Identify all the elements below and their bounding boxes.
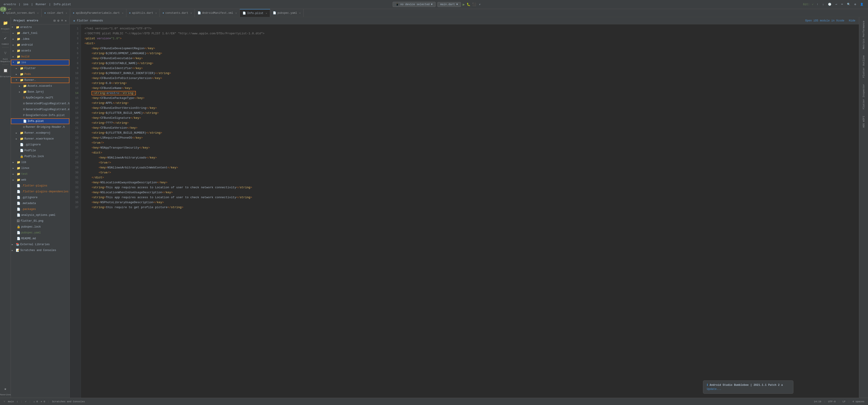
tree-generated-m[interactable]: ▶ M GeneratedPluginRegistrant.m	[11, 107, 69, 112]
tree-flutter[interactable]: ▶ 📁 Flutter	[11, 65, 69, 71]
tree-packages[interactable]: ▶ 📄 .packages	[11, 206, 69, 212]
tree-scratches[interactable]: ▶ 📝 Scratches and Consoles	[11, 247, 69, 253]
stop-button[interactable]: ⬛	[472, 2, 476, 6]
close-tab-icon[interactable]: ✕	[66, 12, 67, 14]
tab-info-plist[interactable]: 📄 Info.plist ✕	[240, 9, 270, 17]
git-push[interactable]: ↑	[816, 2, 819, 6]
tree-assets[interactable]: ▶ 📁 assets	[11, 48, 69, 54]
folder-icon: 📁	[20, 131, 24, 135]
search-everywhere[interactable]: 🔍	[846, 2, 851, 6]
tree-web[interactable]: ▶ 📁 web	[11, 177, 69, 183]
tree-pubspec-yaml[interactable]: ▶ 📄 pubspec.yaml	[11, 230, 69, 236]
tree-metadata[interactable]: ▶ 📄 .metadata	[11, 200, 69, 206]
performance-tool-button[interactable]: Metrics Performance	[862, 18, 866, 52]
tree-test[interactable]: ▶ 📁 test	[11, 171, 69, 177]
account-icon[interactable]: 👤	[859, 2, 864, 6]
close-panel-icon[interactable]: ✕	[65, 19, 67, 23]
close-tab-icon[interactable]: ✕	[37, 12, 39, 14]
tree-flutter-plugins[interactable]: ▶ 📄 .flutter-plugins	[11, 183, 69, 189]
tree-lib[interactable]: ▶ 📁 lib	[11, 159, 69, 165]
scratches-bottom[interactable]: Scratches and Consoles	[52, 400, 85, 403]
tree-info-plist[interactable]: ▶ 📄 Info.plist	[11, 118, 69, 124]
gutter-line: 31	[70, 175, 79, 180]
chevron-right-icon: ▶	[13, 44, 16, 46]
menu-ios[interactable]: ios	[23, 3, 28, 6]
tree-item-label: GeneratedPluginRegistrant.m	[26, 108, 69, 111]
project-tool-button[interactable]: 📁	[1, 19, 9, 27]
tree-item-label: Scratches and Consoles	[20, 249, 69, 252]
update-link[interactable]: Update...	[707, 387, 721, 391]
tree-generated-h[interactable]: ▶ H GeneratedPluginRegistrant.h	[11, 101, 69, 107]
xml-file-icon: 📄	[197, 11, 201, 15]
run-configuration[interactable]: main.dart ▼	[437, 2, 461, 7]
tree-idea[interactable]: ▶ 📁 .idea	[11, 36, 69, 42]
commit-tool-button[interactable]: ✔	[1, 34, 9, 42]
tree-dart-tool[interactable]: ▶ 📁 .dart_tool	[11, 30, 69, 36]
more-actions[interactable]: ⚡	[478, 2, 482, 7]
tree-flutter-png[interactable]: ▶ 🖼 flutter_01.png	[11, 218, 69, 224]
code-editor[interactable]: 1 2 3 4 5 6 7 8 9 10 11 12 13 14 15 16 1…	[70, 24, 859, 398]
tab-constants[interactable]: ● constants.dart ✕	[160, 9, 195, 17]
close-tab-icon[interactable]: ✕	[236, 12, 237, 14]
code-text-area[interactable]: ✓ 3 ▲▼ <?xml version="1.0" encoding="UTF…	[81, 24, 859, 398]
tree-runner-xcodeproj[interactable]: ▶ 📁 Runner.xcodeproj	[11, 130, 69, 136]
flutter-outline-button[interactable]: Flutter Outline	[862, 53, 866, 80]
tree-pubspec-lock[interactable]: ▶ 🔒 pubspec.lock	[11, 224, 69, 230]
run-button[interactable]: ▶	[463, 2, 465, 7]
tree-android[interactable]: ▶ 📁 android	[11, 42, 69, 48]
tree-linux[interactable]: ▶ 📁 linux	[11, 165, 69, 171]
tree-flutter-plugins-dep[interactable]: ▶ 📄 .flutter-plugins-dependencies	[11, 189, 69, 195]
close-tab-icon[interactable]: ✕	[156, 12, 157, 14]
undo-icon[interactable]: ↩	[835, 2, 838, 6]
device-selector[interactable]: 📱 no device selected ▼	[393, 2, 436, 7]
flutter-inspector-button[interactable]: Flutter Inspector	[862, 81, 866, 112]
tree-podfile-lock[interactable]: ▶ 🔒 Podfile.lock	[11, 154, 69, 159]
menu-file[interactable]: Info.plist	[53, 3, 71, 6]
tree-root-erestro[interactable]: ▼ 📁 erestro	[11, 24, 69, 30]
favorites-button[interactable]: ★	[1, 385, 9, 393]
tab-api-body[interactable]: ● apiBodyParameterLabels.dart ✕	[70, 9, 126, 17]
notification-link[interactable]: Update...	[707, 387, 789, 391]
settings-icon[interactable]: ⚙	[854, 2, 857, 6]
close-tab-icon[interactable]: ✕	[122, 12, 123, 14]
tree-external-libraries[interactable]: ▶ 📚 External Libraries	[11, 242, 69, 247]
tree-runner[interactable]: ▼ 📁 Runner.	[11, 77, 69, 83]
tree-app-delegate[interactable]: ▶ S AppDelegate.swift	[11, 95, 69, 101]
tree-readme[interactable]: ▶ 📄 README.md	[11, 236, 69, 242]
structure-button[interactable]: 🔲	[1, 67, 9, 75]
tree-item-label: .idea	[21, 37, 69, 41]
terminal-icon[interactable]: ⌨	[840, 2, 844, 6]
history-icon[interactable]: 🕐	[827, 2, 832, 6]
tree-gitignore-ios[interactable]: ▶ 📄 .gitignore	[11, 142, 69, 148]
collapse-all-icon[interactable]: ⊟	[54, 19, 55, 23]
settings-panel-icon[interactable]: ⚙	[57, 19, 59, 23]
menu-runner[interactable]: Runner	[36, 3, 46, 6]
tree-ios[interactable]: ▼ 📁 ios	[11, 60, 69, 65]
hide-button[interactable]: Hide	[849, 19, 855, 22]
tab-pubspec[interactable]: 📄 pubspec.yaml ✕	[270, 9, 304, 17]
tree-gitignore-root[interactable]: ▶ 📄 .gitignore	[11, 195, 69, 200]
tree-runner-bridging[interactable]: ▶ H Runner-Bridging-Header.h	[11, 124, 69, 130]
tree-runner-xcworkspace[interactable]: ▶ 📁 Runner.xcworkspace	[11, 136, 69, 142]
gear-icon[interactable]: ≡	[61, 19, 63, 23]
tab-color[interactable]: ● color.dart ✕	[41, 9, 70, 17]
tree-build[interactable]: ▶ 📁 build	[11, 54, 69, 60]
menu-erestro[interactable]: erestro	[4, 3, 16, 6]
gutter-line: 12	[70, 81, 79, 86]
tree-assets-xcassets[interactable]: ▶ 📁 Assets.xcassets	[11, 83, 69, 89]
tab-api-utils[interactable]: ● apiUtils.dart ✕	[126, 9, 160, 17]
pull-requests-button[interactable]: ⑂	[1, 49, 9, 57]
tab-android-manifest[interactable]: 📄 AndroidManifest.xml ✕	[195, 9, 240, 17]
open-ios-module-link[interactable]: Open iOS module in Xcode	[805, 19, 844, 22]
close-tab-icon[interactable]: ✕	[191, 12, 192, 14]
git-pull[interactable]: ↓	[822, 2, 825, 6]
tree-analysis-options[interactable]: ▶ 📄 analysis_options.yaml	[11, 212, 69, 218]
ads-wifi-button[interactable]: ADS WIFI	[862, 113, 866, 131]
close-tab-icon[interactable]: ✕	[299, 12, 301, 14]
tree-base-lproj[interactable]: ▶ 📁 Base.lproj	[11, 89, 69, 95]
tree-podfile[interactable]: ▶ 📄 Podfile	[11, 148, 69, 154]
tree-google-service[interactable]: ▶ P GoogleService-Info.plist	[11, 112, 69, 118]
tree-pods[interactable]: ▶ 📁 Pods	[11, 71, 69, 77]
close-tab-icon[interactable]: ✕	[266, 12, 267, 15]
debug-button[interactable]: 🐛	[467, 2, 470, 6]
